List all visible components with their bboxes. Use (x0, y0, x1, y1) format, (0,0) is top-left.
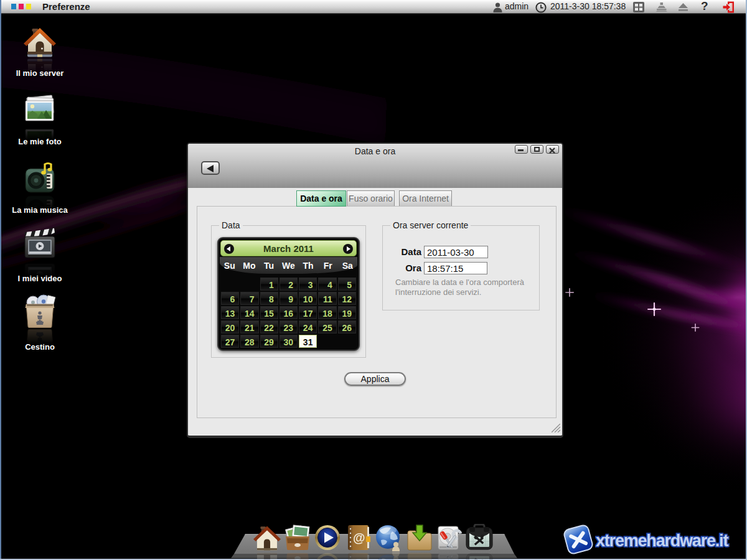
svg-text:@: @ (353, 531, 365, 544)
svg-text:xtremehardware.it: xtremehardware.it (596, 531, 728, 550)
